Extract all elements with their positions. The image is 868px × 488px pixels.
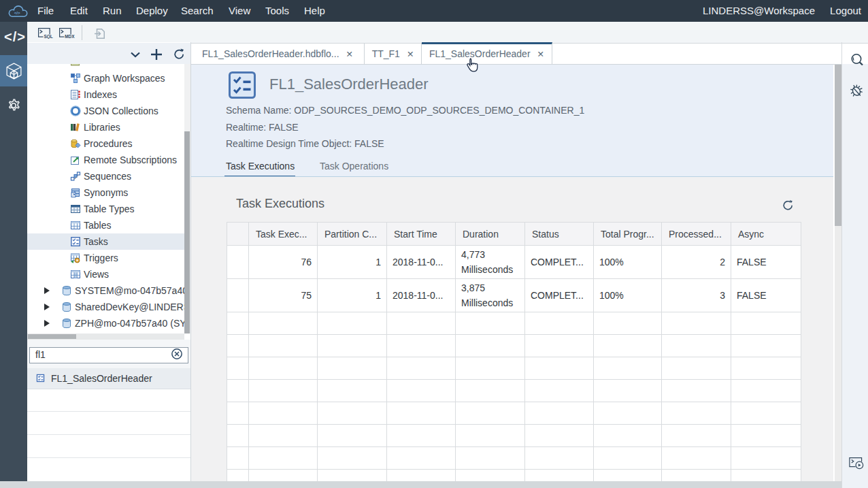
svg-text:</>: </> (14, 10, 20, 15)
svg-text:MDX: MDX (65, 34, 75, 39)
svg-text:SQL: SQL (44, 34, 53, 39)
